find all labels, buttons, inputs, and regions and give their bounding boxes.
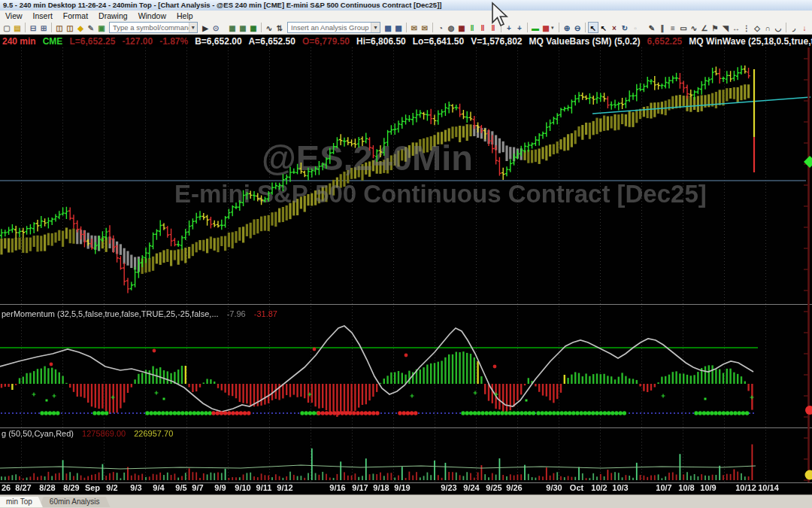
chart-lookup-icon[interactable]: ⊙ — [211, 22, 221, 33]
menu-item-drawing[interactable]: Drawing — [93, 11, 133, 21]
crosshair-icon-2[interactable]: + — [514, 22, 525, 33]
toolbar-separator — [261, 23, 262, 32]
tools-icon[interactable]: × — [609, 22, 620, 33]
quote-field-last: L=6,652.25 — [69, 36, 115, 47]
session-clock-icon[interactable]: ◔ — [435, 22, 446, 33]
x-axis-label: 9/11 — [256, 483, 272, 492]
combo-placeholder: Type a symbol/command — [113, 23, 189, 32]
x-axis-label: 9/10 — [235, 483, 250, 492]
window-grid-icon-1[interactable]: ▦ — [227, 22, 238, 33]
open-desktop-icon[interactable]: ▤ — [12, 22, 23, 33]
horizontal-lines-icon[interactable]: ≡ — [668, 22, 678, 33]
pointer-tool-icon[interactable]: ↖ — [588, 22, 598, 33]
print-setup-icon[interactable]: ⊞ — [38, 22, 49, 33]
x-axis-label: 10/7 — [656, 483, 671, 492]
dots-tool-icon[interactable]: ⋮ — [741, 22, 752, 33]
disabled-icon[interactable]: ▫ — [630, 22, 641, 33]
zoom-in-icon[interactable]: ⊕ — [562, 22, 572, 33]
palette-icon[interactable]: ▣ — [96, 22, 107, 33]
quote-field-ask: A=6,652.50 — [249, 36, 295, 47]
up-bars-icon[interactable]: ‖ — [467, 22, 477, 33]
menu-item-help[interactable]: Help — [171, 11, 198, 21]
quote-field-valuebars-value: 6,652.25 — [647, 36, 683, 47]
menu-bar: ViewInsertFormatDrawingWindowHelp — [0, 11, 812, 21]
trendline-tool-icon[interactable]: ◥ — [720, 22, 731, 33]
chart-canvas[interactable] — [0, 47, 812, 494]
toolbar-separator — [786, 23, 786, 32]
go-icon[interactable]: ▶ — [200, 22, 211, 33]
swap-icon[interactable]: ⇅ — [274, 22, 285, 33]
menu-item-view[interactable]: View — [0, 11, 28, 21]
export-icon-2[interactable]: ◫ — [65, 22, 75, 33]
volume-value-1: 1275869.00 — [82, 429, 126, 438]
quote-field-open: O=6,779.50 — [302, 36, 350, 47]
window-grid-icon-3[interactable]: ▦ — [248, 22, 259, 33]
toolbar-separator — [432, 23, 433, 32]
refresh-icon[interactable]: ↻ — [620, 22, 630, 33]
workspace-tab-min-top[interactable]: min Top — [0, 497, 43, 507]
arrow-down-icon[interactable]: ↓ — [799, 22, 810, 33]
dome-tool-icon[interactable]: ∩ — [762, 22, 773, 33]
x-axis-label: 10/2 — [591, 483, 607, 492]
quote-field-high: Hi=6,806.50 — [356, 36, 406, 47]
alert-icon-1[interactable]: ✉ — [409, 22, 420, 33]
x-axis-label: 9/9 — [214, 483, 226, 492]
window-title: 9.5 - 240 min Desktop 11-26-24 - 240min … — [3, 1, 441, 9]
alert-icon-2[interactable]: ✉ — [420, 22, 430, 33]
flag-tool-icon[interactable]: ⚑ — [710, 22, 720, 33]
down-bars-icon-1[interactable]: ‖ — [477, 22, 488, 33]
rectangle-tool-icon[interactable]: ▭ — [678, 22, 689, 33]
x-axis[interactable]: 268/278/288/29Sep9/29/39/49/59/79/99/109… — [0, 482, 812, 494]
curve-icon[interactable]: ∿ — [264, 22, 274, 33]
vertical-lines-icon[interactable]: ∥ — [657, 22, 668, 33]
pointer-alt-tool-icon[interactable]: ↖ — [598, 22, 609, 33]
arc-tool-icon[interactable]: ◡ — [773, 22, 783, 33]
chevron-down-icon[interactable]: ▾ — [371, 23, 380, 32]
new-window-icon[interactable]: ▢ — [2, 22, 12, 33]
export-icon-1[interactable]: ◫ — [54, 22, 65, 33]
analysis-grid-icon-1[interactable]: ▩ — [383, 22, 393, 33]
x-axis-label: 9/12 — [277, 483, 292, 492]
volume-indicator-name: g (50,50,Cyan,Red) — [2, 429, 74, 438]
heatmap-icon[interactable]: ▦ — [456, 22, 467, 33]
workspace-tab-60min-analysis[interactable]: 60min Analysis — [39, 497, 111, 507]
draw-pencil-icon[interactable]: ✎ — [647, 22, 657, 33]
window-grid-icon-2[interactable]: ▦ — [238, 22, 248, 33]
lock-icon[interactable]: ◆ — [75, 22, 86, 33]
analysis-group-input[interactable]: Insert an Analysis Group▾ — [287, 22, 380, 33]
style-tools-icon[interactable]: ✎ — [86, 22, 96, 33]
x-axis-label: 8/28 — [39, 483, 55, 492]
quote-bar: 240 minCMEL=6,652.25-127.00-1.87%B=6,652… — [0, 35, 812, 47]
menu-item-window[interactable]: Window — [133, 11, 171, 21]
title-bar: 9.5 - 240 min Desktop 11-26-24 - 240min … — [0, 0, 812, 11]
x-axis-label: 9/18 — [373, 483, 389, 492]
menu-item-format[interactable]: Format — [58, 11, 93, 21]
x-axis-label: 9/5 — [175, 483, 186, 492]
toolbar-separator — [406, 23, 407, 32]
chart-area[interactable]: perMomentum (32,5,5,false,true,false,TRU… — [0, 47, 812, 494]
angle-tool-icon[interactable]: ∠ — [699, 22, 710, 33]
wave-tool-icon[interactable]: ∿ — [689, 22, 699, 33]
x-axis-label: 10/9 — [700, 483, 716, 492]
quote-field-net-change: -127.00 — [122, 36, 153, 47]
quote-field-interval: 240 min — [2, 36, 36, 47]
curve-down-icon[interactable]: ◞ — [789, 22, 799, 33]
symbol-command-input[interactable]: Type a symbol/command▾ — [109, 22, 198, 33]
diamond-tool-icon[interactable]: ◇ — [752, 22, 762, 33]
bid-ask-icon[interactable]: ▬ — [530, 22, 541, 33]
matrix-icon[interactable]: ▩ — [541, 22, 551, 33]
globe-icon[interactable]: ◍ — [446, 22, 456, 33]
print-icon[interactable]: ⊟ — [28, 22, 38, 33]
quote-field-exchange: CME — [43, 36, 63, 47]
zoom-out-icon[interactable]: ⊖ — [572, 22, 583, 33]
x-axis-label: 9/30 — [546, 483, 562, 492]
x-axis-label: 26 — [2, 483, 11, 492]
x-axis-label: 9/2 — [106, 483, 117, 492]
analysis-grid-icon-2[interactable]: ▩ — [393, 22, 404, 33]
x-axis-label: 10/14 — [758, 483, 779, 492]
chevron-down-icon[interactable]: ▾ — [189, 23, 197, 32]
menu-item-insert[interactable]: Insert — [28, 11, 58, 21]
quote-field-low: Lo=6,641.50 — [413, 36, 464, 47]
extend-tool-icon[interactable]: ↔ — [731, 22, 741, 33]
chevron-down-icon[interactable]: ▾ — [551, 22, 556, 33]
